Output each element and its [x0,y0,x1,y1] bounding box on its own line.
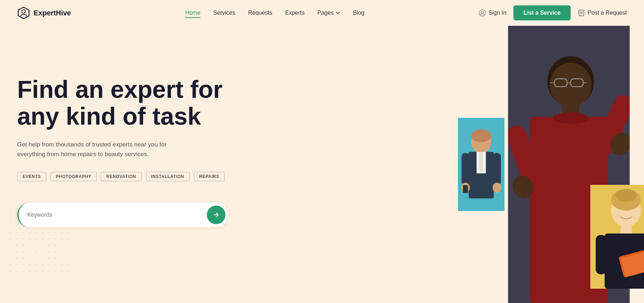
tag-photography[interactable]: PHOTOGRAPHY [50,172,97,181]
person-yellow-illustration [590,185,644,289]
svg-point-17 [493,183,501,193]
svg-rect-14 [462,153,469,185]
search-bar [17,203,228,227]
post-request-button[interactable]: Post a Request [578,9,627,16]
svg-point-37 [615,189,637,202]
sign-in-label: Sign In [489,10,507,16]
svg-rect-42 [596,235,606,274]
hero-subtitle: Get help from thousands of trusted exper… [17,140,189,159]
tag-renovation[interactable]: RENOVATION [101,172,141,181]
search-input[interactable] [27,212,207,218]
hero-section: Find an expert for any kind of task Get … [0,26,644,303]
nav-item-requests[interactable]: Requests [248,10,272,16]
document-icon [578,9,585,16]
expert-image-right [590,185,644,289]
svg-point-29 [553,112,589,124]
sign-in-button[interactable]: Sign In [479,9,507,16]
hero-content: Find an expert for any kind of task Get … [17,47,260,227]
tag-repairs[interactable]: REPAIRS [194,172,225,181]
nav-link-home[interactable]: Home [185,10,200,18]
person-suit-illustration [458,118,504,211]
hero-tags: EVENTS PHOTOGRAPHY RENOVATION INSTALLATI… [17,172,260,181]
tag-installation[interactable]: INSTALLATION [146,172,190,181]
svg-rect-18 [463,185,468,193]
hero-images [458,26,644,303]
search-button[interactable] [207,206,225,224]
svg-point-1 [22,10,25,13]
navigation: ExpertHive Home Services Requests Expert… [0,0,644,26]
list-service-button[interactable]: List a Service [513,5,570,20]
nav-item-pages[interactable]: Pages [317,10,340,16]
logo-icon [17,6,30,19]
nav-link-experts[interactable]: Experts [285,10,304,16]
expert-image-left [458,118,504,211]
nav-link-blog[interactable]: Blog [353,10,365,16]
sign-in-icon [479,9,486,16]
tag-events[interactable]: EVENTS [17,172,46,181]
logo[interactable]: ExpertHive [17,6,71,19]
nav-link-pages[interactable]: Pages [317,10,340,16]
hero-title: Find an expert for any kind of task [17,76,260,130]
nav-links: Home Services Requests Experts Pages Blo… [185,10,364,16]
nav-link-services[interactable]: Services [213,10,235,16]
svg-point-3 [481,11,483,13]
svg-rect-15 [493,153,501,185]
arrow-right-icon [212,211,220,219]
nav-item-home[interactable]: Home [185,10,200,16]
chevron-down-icon [335,10,340,15]
logo-text: ExpertHive [34,9,71,17]
svg-rect-13 [479,152,483,172]
nav-item-experts[interactable]: Experts [285,10,304,16]
nav-item-services[interactable]: Services [213,10,235,16]
nav-link-requests[interactable]: Requests [248,10,272,16]
post-request-label: Post a Request [588,10,627,16]
nav-actions: Sign In List a Service Post a Request [479,5,627,20]
svg-point-10 [471,129,491,142]
nav-item-blog[interactable]: Blog [353,10,365,16]
svg-rect-38 [620,225,632,235]
